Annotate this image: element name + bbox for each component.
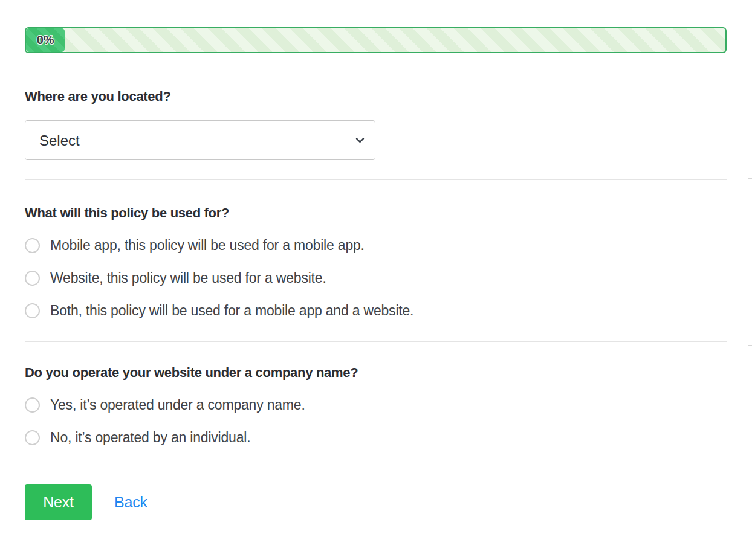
section-divider-1 [25,179,727,180]
adjacent-divider-fragment-2 [748,345,752,346]
radio-option-label: No, it’s operated by an individual. [50,430,250,446]
radio-option-yes-company[interactable]: Yes, it’s operated under a company name. [25,397,752,413]
next-button[interactable]: Next [25,484,92,520]
back-link[interactable]: Back [114,494,147,511]
question-location-title: Where are you located? [25,89,752,105]
progress-percent-label: 0% [37,33,54,47]
location-select[interactable]: Select [25,120,375,160]
radio-button[interactable] [25,238,40,253]
radio-option-no-individual[interactable]: No, it’s operated by an individual. [25,430,752,446]
section-divider-2 [25,341,727,342]
question-policy-use-title: What will this policy be used for? [25,205,752,221]
radio-option-label: Both, this policy will be used for a mob… [50,303,413,319]
radio-button[interactable] [25,271,40,286]
location-select-wrapper: Select [25,120,375,160]
policy-use-radio-group: Mobile app, this policy will be used for… [25,237,752,319]
question-company-name-title: Do you operate your website under a comp… [25,365,752,381]
radio-option-label: Mobile app, this policy will be used for… [50,237,365,254]
radio-button[interactable] [25,430,40,445]
wizard-actions: Next Back [25,484,752,520]
radio-option-website[interactable]: Website, this policy will be used for a … [25,270,752,286]
radio-option-label: Website, this policy will be used for a … [50,270,326,286]
policy-wizard-page: 0% Where are you located? Select What wi… [0,0,752,520]
radio-option-label: Yes, it’s operated under a company name. [50,397,305,413]
progress-bar-fill: 0% [26,28,65,52]
radio-option-mobile-app[interactable]: Mobile app, this policy will be used for… [25,237,752,254]
radio-button[interactable] [25,303,40,318]
adjacent-divider-fragment-1 [748,178,752,179]
radio-button[interactable] [25,397,40,413]
company-name-radio-group: Yes, it’s operated under a company name.… [25,397,752,446]
progress-bar-track: 0% [25,27,727,53]
radio-option-both[interactable]: Both, this policy will be used for a mob… [25,303,752,319]
